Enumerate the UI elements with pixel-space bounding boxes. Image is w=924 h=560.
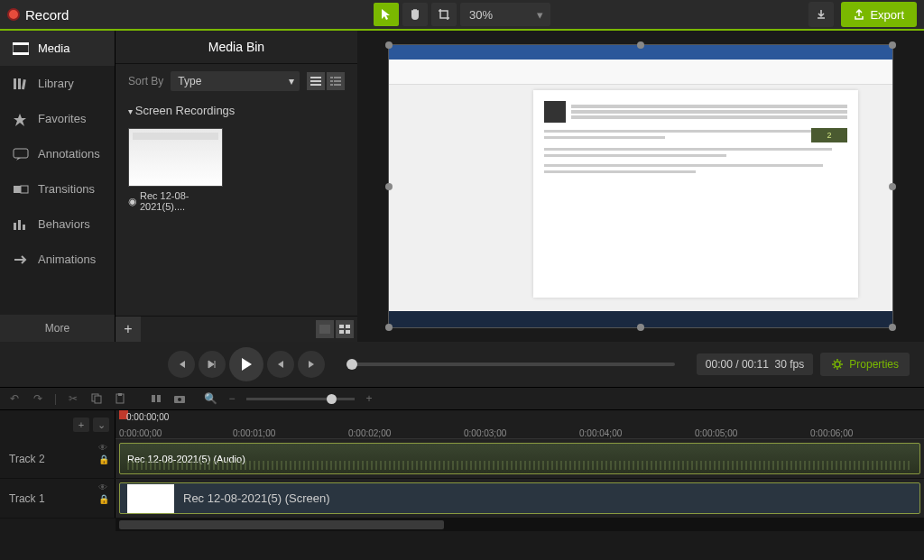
media-section-header[interactable]: Screen Recordings [116,98,357,123]
track-label[interactable]: Track 1 👁🔒 [0,479,116,518]
playback-scrubber[interactable] [346,363,675,366]
svg-rect-30 [118,393,122,396]
svg-rect-9 [14,223,16,230]
eye-icon[interactable]: 👁 [98,482,109,492]
step-fwd-button[interactable] [298,351,325,378]
svg-rect-31 [152,395,155,402]
zoom-out-button[interactable]: − [225,391,239,406]
resize-handle[interactable] [889,183,896,190]
cut-button[interactable]: ✂ [66,391,80,406]
sidebar-item-library[interactable]: Library [0,66,115,101]
media-bin-panel: Media Bin Sort By Type Screen Recordings… [116,31,357,342]
zoom-in-button[interactable]: + [362,391,376,406]
canvas-area[interactable]: 2 [357,31,924,342]
svg-rect-7 [14,186,21,193]
record-icon [7,8,20,21]
track-row-2: Track 2 👁🔒 Rec 12-08-2021(5) (Audio) [0,439,924,479]
ruler-tick: 0:00:04;00 [579,428,622,438]
properties-button[interactable]: Properties [820,353,910,376]
lock-icon[interactable]: 🔒 [98,494,109,504]
annotations-icon [13,148,29,161]
copy-button[interactable] [89,391,104,406]
view-details-button[interactable] [327,72,345,90]
svg-rect-17 [330,80,333,82]
svg-point-26 [835,362,840,367]
canvas-clip[interactable]: 2 [388,44,893,328]
canvas-tool-group: 30% [374,3,550,26]
zoom-slider-thumb[interactable] [327,394,337,404]
add-media-button[interactable]: + [116,317,141,342]
ruler-tick: 0:00:05;00 [695,428,737,438]
undo-button[interactable]: ↶ [7,391,22,406]
recording-dot-icon: ◉ [128,196,137,207]
eye-icon[interactable]: 👁 [98,443,109,453]
ruler-tick: 0:00:03;00 [464,428,506,438]
sidebar-more[interactable]: More [0,315,115,342]
audio-clip[interactable]: Rec 12-08-2021(5) (Audio) [119,443,920,474]
timeline-zoom-slider[interactable] [246,398,355,400]
sort-select[interactable]: Type [171,71,300,91]
lock-icon[interactable]: 🔒 [98,454,109,464]
select-tool[interactable] [374,3,399,26]
media-icon [13,42,29,55]
crop-tool[interactable] [431,3,457,26]
media-thumbnail[interactable]: ◉ Rec 12-08-2021(5).... [128,128,223,212]
preview-content: 2 [389,45,892,327]
media-bin-title: Media Bin [116,31,357,64]
split-button[interactable] [149,391,163,406]
export-button[interactable]: Export [841,2,917,27]
resize-handle[interactable] [889,41,896,49]
track-controls: + ⌄ [0,410,116,439]
resize-handle[interactable] [385,183,393,190]
resize-handle[interactable] [637,41,644,49]
transitions-icon [13,183,29,196]
add-track-button[interactable]: + [73,418,89,432]
scrubber-handle[interactable] [346,359,357,370]
sidebar-item-animations[interactable]: Animations [0,242,115,277]
svg-rect-2 [13,52,29,55]
sidebar-item-behaviors[interactable]: Behaviors [0,207,115,242]
snapshot-button[interactable] [172,391,187,406]
playhead-time: 0:00:00;00 [126,412,169,422]
pan-tool[interactable] [402,3,428,26]
next-marker-button[interactable] [199,351,226,378]
record-button[interactable]: Record [7,7,69,23]
track-label[interactable]: Track 2 👁🔒 [0,439,116,478]
resize-handle[interactable] [889,324,896,331]
collapse-tracks-button[interactable]: ⌄ [93,418,109,432]
sidebar-item-transitions[interactable]: Transitions [0,171,115,207]
svg-rect-11 [23,225,25,230]
redo-button[interactable]: ↷ [31,391,45,406]
video-clip[interactable]: Rec 12-08-2021(5) (Screen) [119,482,920,514]
paste-button[interactable] [113,391,127,406]
sidebar-item-favorites[interactable]: Favorites [0,101,115,136]
export-icon [854,8,864,21]
sidebar-item-annotations[interactable]: Annotations [0,136,115,171]
resize-handle[interactable] [637,324,644,331]
scrollbar-thumb[interactable] [119,520,444,529]
ruler-tick: 0:00:06;00 [810,428,853,438]
resize-handle[interactable] [385,324,393,331]
svg-rect-10 [18,220,21,230]
svg-rect-22 [339,325,344,328]
timeline: + ⌄ 0:00:00;00 0:00:00;00 0:00:01;00 0:0… [0,410,924,531]
star-icon [13,113,29,125]
zoom-select[interactable]: 30% [460,3,550,26]
download-button[interactable] [808,2,834,27]
thumbnail-label: ◉ Rec 12-08-2021(5).... [128,187,223,212]
svg-rect-24 [339,330,344,334]
timeline-toolbar: ↶ ↷ | ✂ 🔍 − + [0,387,924,410]
track-row-1: Track 1 👁🔒 Rec 12-08-2021(5) (Screen) [0,479,924,519]
prev-frame-button[interactable] [168,351,195,378]
timeline-scrollbar[interactable] [116,519,924,531]
view-list-button[interactable] [307,72,325,90]
sidebar-item-media[interactable]: Media [0,31,115,66]
step-back-button[interactable] [267,351,294,378]
grid-view-button[interactable] [336,320,354,338]
thumb-view-button[interactable] [316,320,334,338]
timeline-ruler[interactable]: 0:00:00;00 0:00:00;00 0:00:01;00 0:00:02… [116,410,924,439]
library-icon [13,78,29,90]
svg-rect-19 [330,84,333,86]
resize-handle[interactable] [385,41,393,49]
play-button[interactable] [229,347,263,381]
